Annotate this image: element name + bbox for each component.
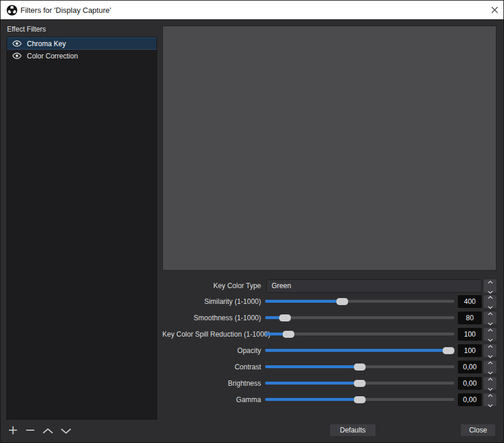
chevron-up-icon xyxy=(488,277,493,286)
slider-fill xyxy=(265,365,360,368)
plus-icon: + xyxy=(8,424,18,437)
key-color-type-select[interactable]: Green xyxy=(266,279,482,293)
slider-fill xyxy=(265,398,360,401)
chevron-up-icon xyxy=(42,424,54,437)
setting-label: Opacity xyxy=(162,344,261,357)
slider-handle[interactable] xyxy=(279,314,291,321)
setting-slider[interactable] xyxy=(265,393,454,406)
value-spinner[interactable] xyxy=(484,393,496,406)
spin-up-icon[interactable] xyxy=(488,374,493,383)
add-filter-button[interactable]: + xyxy=(8,423,18,437)
value-spinner[interactable] xyxy=(484,377,496,390)
value-spinner[interactable] xyxy=(484,295,496,308)
minus-icon: − xyxy=(25,424,35,437)
spin-up-icon[interactable] xyxy=(488,325,493,334)
slider-handle[interactable] xyxy=(354,396,366,403)
setting-label: Key Color Type xyxy=(162,279,261,293)
setting-value-input[interactable] xyxy=(458,393,482,406)
setting-value-input[interactable] xyxy=(458,295,482,308)
slider-handle[interactable] xyxy=(443,347,454,354)
setting-slider[interactable] xyxy=(265,344,454,357)
filter-row[interactable]: Chroma Key xyxy=(7,37,157,50)
setting-label: Key Color Spill Reduction (1-1000) xyxy=(162,328,261,341)
slider-fill xyxy=(265,300,342,303)
spin-up-icon[interactable] xyxy=(488,341,493,350)
slider-handle[interactable] xyxy=(283,331,294,338)
setting-value-input[interactable] xyxy=(458,361,482,373)
value-spinner[interactable] xyxy=(484,361,496,373)
effect-filters-heading: Effect Filters xyxy=(7,25,46,33)
setting-slider[interactable] xyxy=(265,295,454,308)
setting-row: Key Color Spill Reduction (1-1000) xyxy=(162,328,496,341)
setting-row: Gamma xyxy=(162,393,496,406)
move-filter-down-button[interactable] xyxy=(60,423,72,437)
visibility-eye-icon[interactable] xyxy=(12,53,22,59)
setting-label: Smoothness (1-1000) xyxy=(162,312,261,324)
setting-label: Brightness xyxy=(162,377,261,390)
filter-row[interactable]: Color Correction xyxy=(7,50,157,62)
setting-value-input[interactable] xyxy=(458,344,482,357)
slider-fill xyxy=(265,349,449,352)
spin-up-icon[interactable] xyxy=(488,390,493,399)
remove-filter-button[interactable]: − xyxy=(25,423,35,437)
value-spinner[interactable] xyxy=(484,328,496,341)
key-color-type-row: Key Color Type Green xyxy=(162,279,496,293)
slider-track[interactable] xyxy=(265,316,454,319)
setting-value-input[interactable] xyxy=(458,377,482,390)
titlebar: Filters for 'Display Capture' xyxy=(1,1,503,20)
window-title: Filters for 'Display Capture' xyxy=(20,1,111,20)
filters-dialog: Filters for 'Display Capture' Effect Fil… xyxy=(0,0,504,443)
close-window-button[interactable] xyxy=(489,6,500,15)
setting-slider[interactable] xyxy=(265,377,454,390)
visibility-eye-icon[interactable] xyxy=(12,40,22,47)
close-icon xyxy=(491,6,499,16)
filter-name: Chroma Key xyxy=(27,40,66,48)
setting-slider[interactable] xyxy=(265,328,454,341)
dialog-body: Effect Filters Chroma KeyColor Correctio… xyxy=(1,20,503,442)
slider-fill xyxy=(265,382,360,385)
move-filter-up-button[interactable] xyxy=(42,423,54,437)
spin-down-icon[interactable] xyxy=(488,400,493,409)
setting-row: Similarity (1-1000) xyxy=(162,295,496,308)
slider-handle[interactable] xyxy=(336,298,348,305)
setting-row: Brightness xyxy=(162,377,496,390)
obs-logo-icon xyxy=(6,5,18,16)
filter-name: Color Correction xyxy=(27,52,78,60)
combo-dropdown-button[interactable] xyxy=(484,279,496,293)
spin-up-icon[interactable] xyxy=(488,358,493,366)
slider-handle[interactable] xyxy=(354,380,366,387)
setting-label: Contrast xyxy=(162,361,261,373)
setting-row: Contrast xyxy=(162,361,496,373)
setting-slider[interactable] xyxy=(265,361,454,373)
chevron-down-icon xyxy=(60,424,72,437)
setting-slider[interactable] xyxy=(265,312,454,324)
spin-up-icon[interactable] xyxy=(488,309,493,317)
defaults-button[interactable]: Defaults xyxy=(329,424,376,437)
effect-filters-list[interactable]: Chroma KeyColor Correction xyxy=(6,37,157,420)
close-button[interactable]: Close xyxy=(460,424,496,437)
setting-value-input[interactable] xyxy=(458,328,482,341)
setting-label: Similarity (1-1000) xyxy=(162,295,261,308)
spin-up-icon[interactable] xyxy=(488,292,493,301)
filter-preview-area xyxy=(162,26,496,271)
filter-list-toolbar: + − xyxy=(8,423,72,438)
setting-label: Gamma xyxy=(162,393,261,406)
value-spinner[interactable] xyxy=(484,344,496,357)
setting-row: Smoothness (1-1000) xyxy=(162,312,496,324)
value-spinner[interactable] xyxy=(484,312,496,324)
slider-handle[interactable] xyxy=(354,364,366,371)
setting-value-input[interactable] xyxy=(458,312,482,324)
setting-row: Opacity xyxy=(162,344,496,357)
